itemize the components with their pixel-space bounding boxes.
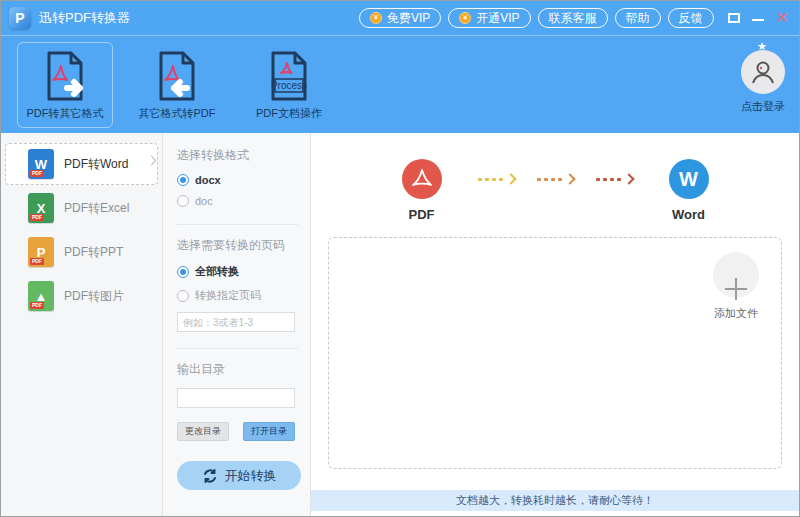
sidebar-item-pdf-to-ppt[interactable]: P PDF PDF转PPT	[5, 231, 158, 273]
app-logo-icon: P	[9, 7, 31, 29]
tab-pdf-operations[interactable]: Process PDF文档操作	[241, 42, 337, 128]
status-message: 文档越大，转换耗时越长，请耐心等待！	[456, 493, 654, 508]
free-vip-button[interactable]: ¥ 免费VIP	[359, 8, 441, 28]
ppt-file-icon: P PDF	[28, 237, 54, 267]
coin-icon: ¥	[370, 12, 382, 24]
contact-support-label: 联系客服	[549, 10, 597, 27]
radio-icon	[177, 290, 189, 302]
help-label: 帮助	[626, 10, 650, 27]
source-format-label: PDF	[409, 207, 435, 222]
start-convert-button[interactable]: 开始转换	[177, 461, 301, 490]
arrow-icon	[478, 175, 515, 183]
target-format-label: Word	[672, 207, 705, 222]
tab-pdf-to-other[interactable]: PDF转其它格式	[17, 42, 113, 128]
add-file-label: 添加文件	[714, 306, 758, 321]
radio-all-pages[interactable]: 全部转换	[177, 264, 298, 279]
sidebar: W PDF PDF转Word X PDF PDF转Excel P PDF PDF…	[1, 133, 163, 516]
radio-icon	[177, 195, 189, 207]
radio-specific-pages[interactable]: 转换指定页码	[177, 288, 298, 303]
maximize-button[interactable]	[728, 13, 740, 23]
change-directory-button[interactable]: 更改目录	[177, 422, 229, 441]
sidebar-item-pdf-to-excel[interactable]: X PDF PDF转Excel	[5, 187, 158, 229]
word-icon: W	[669, 159, 709, 199]
user-icon	[748, 57, 778, 87]
sync-icon	[202, 468, 218, 484]
feedback-button[interactable]: 反馈	[668, 8, 714, 28]
output-heading: 输出目录	[177, 361, 298, 378]
sidebar-item-label: PDF转图片	[64, 288, 124, 305]
help-button[interactable]: 帮助	[615, 8, 661, 28]
sidebar-item-pdf-to-word[interactable]: W PDF PDF转Word	[5, 143, 158, 185]
sidebar-item-label: PDF转Excel	[64, 200, 129, 217]
tab-label: PDF转其它格式	[27, 106, 104, 121]
content-panel: PDF W Word 添加文件	[311, 133, 799, 516]
coin-icon: ¥	[459, 12, 471, 24]
feedback-label: 反馈	[679, 10, 703, 27]
add-file-button[interactable]: 添加文件	[713, 252, 759, 321]
output-directory-input[interactable]	[177, 388, 295, 408]
conversion-arrows	[478, 159, 633, 199]
other-to-pdf-icon	[153, 49, 201, 103]
tab-label: 其它格式转PDF	[139, 106, 216, 121]
avatar	[741, 50, 785, 94]
chevron-right-icon	[147, 156, 157, 166]
conversion-preview: PDF W Word	[311, 133, 799, 225]
svg-text:Process: Process	[271, 80, 307, 91]
arrow-icon	[537, 175, 574, 183]
sidebar-item-label: PDF转Word	[64, 156, 128, 173]
radio-docx[interactable]: docx	[177, 174, 298, 186]
star-icon: ★	[757, 40, 767, 53]
arrow-icon	[596, 175, 633, 183]
pages-heading: 选择需要转换的页码	[177, 237, 298, 254]
contact-support-button[interactable]: 联系客服	[538, 8, 608, 28]
plus-icon	[713, 252, 759, 298]
divider	[177, 348, 298, 349]
free-vip-label: 免费VIP	[387, 10, 430, 27]
pdf-to-other-icon	[41, 49, 89, 103]
excel-file-icon: X PDF	[28, 193, 54, 223]
login-button[interactable]: ★ 点击登录	[741, 42, 785, 114]
toolbar: PDF转其它格式 其它格式转PDF Process PDF文档操作	[1, 35, 799, 133]
title-bar: P 迅转PDF转换器 ¥ 免费VIP ¥ 开通VIP 联系客服 帮助 反馈 ✕	[1, 1, 799, 35]
app-window: P 迅转PDF转换器 ¥ 免费VIP ¥ 开通VIP 联系客服 帮助 反馈 ✕	[0, 0, 800, 517]
file-drop-area[interactable]: 添加文件	[328, 237, 782, 469]
open-directory-button[interactable]: 打开目录	[243, 422, 295, 441]
status-bar: 文档越大，转换耗时越长，请耐心等待！	[311, 490, 799, 511]
settings-panel: 选择转换格式 docx doc 选择需要转换的页码 全部转换 转换指定页码	[163, 133, 311, 516]
minimize-button[interactable]	[752, 19, 764, 21]
open-vip-button[interactable]: ¥ 开通VIP	[448, 8, 530, 28]
format-heading: 选择转换格式	[177, 147, 298, 164]
open-vip-label: 开通VIP	[476, 10, 519, 27]
divider	[177, 224, 298, 225]
image-file-icon: ▲ PDF	[28, 281, 54, 311]
sidebar-item-label: PDF转PPT	[64, 244, 123, 261]
start-convert-label: 开始转换	[225, 467, 277, 485]
radio-doc[interactable]: doc	[177, 195, 298, 207]
radio-icon	[177, 266, 189, 278]
close-button[interactable]: ✕	[776, 10, 789, 26]
pdf-operations-icon: Process	[265, 49, 313, 103]
page-range-input[interactable]	[177, 312, 295, 332]
tab-label: PDF文档操作	[256, 106, 322, 121]
tab-other-to-pdf[interactable]: 其它格式转PDF	[129, 42, 225, 128]
word-file-icon: W PDF	[28, 149, 54, 179]
app-title: 迅转PDF转换器	[39, 9, 130, 27]
login-label: 点击登录	[741, 99, 785, 114]
sidebar-item-pdf-to-image[interactable]: ▲ PDF PDF转图片	[5, 275, 158, 317]
pdf-icon	[402, 159, 442, 199]
radio-icon	[177, 174, 189, 186]
